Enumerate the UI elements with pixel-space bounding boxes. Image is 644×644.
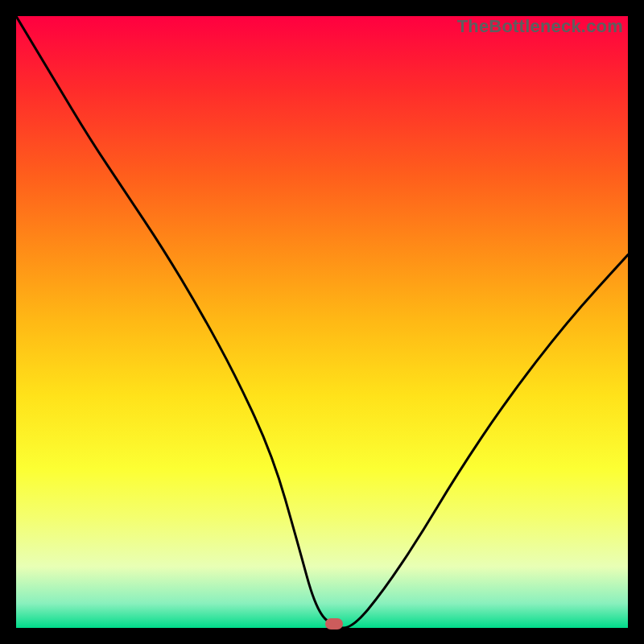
plot-area: TheBottleneck.com [16, 16, 628, 628]
bottleneck-curve [16, 16, 628, 628]
chart-frame: TheBottleneck.com [0, 0, 644, 644]
optimal-point-marker [325, 618, 343, 630]
watermark-text: TheBottleneck.com [457, 16, 623, 37]
